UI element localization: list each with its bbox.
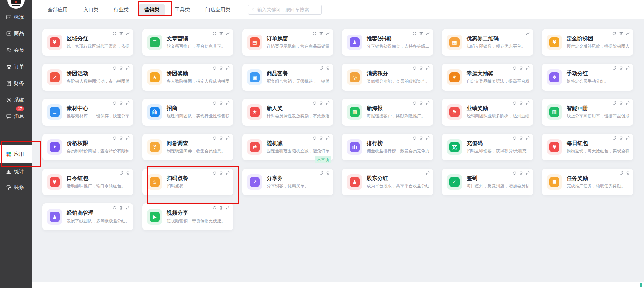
card-share-coupon[interactable]: ↗ 分享券 分享锁客，优惠买单。 — [242, 169, 333, 195]
card-performance-reward[interactable]: ⚑ 业绩奖励 经销商团队业绩多阶梯，达到业绩... — [442, 99, 533, 126]
search-input[interactable] — [257, 7, 318, 12]
sidebar-item-members[interactable]: 会员 — [0, 43, 32, 57]
sidebar-item-messages[interactable]: 消息 17 — [0, 109, 32, 124]
sidebar-item-design[interactable]: 装修 — [0, 180, 32, 195]
sync-icon[interactable] — [112, 31, 117, 36]
card-daily-red-packet[interactable]: ¥ 每日红包 购物返现，每天抢红包，实现全额... — [542, 134, 633, 160]
tab-2[interactable]: 行业类 — [108, 4, 134, 15]
tab-1[interactable]: 入口类 — [78, 4, 104, 15]
link-icon[interactable] — [426, 66, 430, 70]
link-icon[interactable] — [126, 101, 130, 105]
delete-icon[interactable] — [619, 66, 623, 70]
link-icon[interactable] — [426, 101, 430, 105]
delete-icon[interactable] — [519, 66, 523, 70]
card-region-dividend[interactable]: ¥ 区域分红 线上实现行政区域代理渠道，依据... — [42, 29, 133, 56]
card-group-buy-reward[interactable]: ★ 拼团奖励 多人数阶拼团，指定人数成功拼团。 — [142, 64, 233, 91]
delete-icon[interactable] — [419, 101, 423, 105]
tab-5[interactable]: 门店应用类 — [200, 4, 236, 15]
link-icon[interactable] — [526, 136, 530, 140]
delete-icon[interactable] — [119, 101, 123, 105]
delete-icon[interactable] — [619, 101, 623, 105]
sidebar-item-finance[interactable]: 财务 — [0, 76, 32, 91]
card-consume-points[interactable]: ◎ 消费积分 类似积分功能，会员的虚拟资产。 — [342, 64, 433, 91]
delete-icon[interactable] — [619, 31, 623, 36]
logo[interactable] — [7, 0, 25, 9]
card-group-buy-activity[interactable]: ↗ 拼团活动 多阶梯人数拼团活动，参与拼团优... — [42, 64, 133, 91]
sidebar-item-system[interactable]: 系统 — [0, 93, 32, 107]
link-icon[interactable] — [126, 206, 130, 210]
sync-icon[interactable] — [412, 66, 417, 70]
link-icon[interactable] — [526, 66, 530, 70]
card-product-package[interactable]: ▣ 商品套餐 配套组合营销，无须挑选，一键优... — [242, 64, 333, 91]
delete-icon[interactable] — [326, 66, 330, 70]
link-icon[interactable] — [126, 136, 130, 140]
sync-icon[interactable] — [112, 101, 117, 105]
link-icon[interactable] — [226, 66, 230, 70]
sidebar-item-overview[interactable]: 概况 — [0, 10, 32, 25]
sync-icon[interactable] — [212, 101, 217, 105]
sidebar-item-orders[interactable]: 订单 — [0, 59, 32, 74]
delete-icon[interactable] — [219, 136, 223, 140]
card-password-red-packet[interactable]: ¥ 口令红包 活动趣味推广，输口令领红包。 — [42, 169, 133, 195]
card-price-permission[interactable]: ✦ 价格权限 会员制特价商城，查看特价有限制。 — [42, 134, 133, 160]
card-shareholder-dividend[interactable]: ♟ 股东分红 成为平台股东，共享平台收益分红。 — [342, 169, 433, 195]
sync-icon[interactable] — [512, 171, 517, 175]
card-material-center[interactable]: ≡ 素材中心 推客素材库，一键保存，快速分享。 — [42, 99, 133, 126]
delete-icon[interactable] — [519, 101, 523, 105]
card-check-in[interactable]: ✓ 签到 每日签到，反复到店，增加会员粘... — [442, 169, 533, 195]
sync-icon[interactable] — [512, 101, 517, 105]
sync-icon[interactable] — [112, 206, 117, 210]
card-video-share[interactable]: ▶ 视频分享 短视频营销，带货传播更便捷。 — [142, 203, 233, 230]
card-dealer-management[interactable]: ♟ 经销商管理 发展下线团队，多等级极差分红。 — [42, 203, 133, 230]
sync-icon[interactable] — [112, 66, 117, 70]
delete-icon[interactable] — [119, 206, 123, 210]
scrollbar-thumb[interactable] — [640, 283, 642, 287]
sync-icon[interactable] — [412, 101, 417, 105]
sync-icon[interactable] — [212, 31, 217, 36]
delete-icon[interactable] — [419, 31, 423, 36]
card-distribution[interactable]: ♟ 推客(分销) 分享销售获得佣金，支持多等级二... — [342, 29, 433, 56]
sync-icon[interactable] — [312, 136, 317, 140]
delete-icon[interactable] — [319, 31, 323, 36]
delete-icon[interactable] — [626, 171, 630, 175]
link-icon[interactable] — [126, 66, 130, 70]
delete-icon[interactable] — [219, 171, 223, 175]
delete-icon[interactable] — [119, 31, 123, 36]
card-questionnaire[interactable]: ? 问卷调查 制定调查问券，收集会员信息。 — [142, 134, 233, 160]
delete-icon[interactable] — [119, 66, 123, 70]
link-icon[interactable] — [226, 171, 230, 175]
delete-icon[interactable] — [519, 136, 523, 140]
sync-icon[interactable] — [212, 66, 217, 70]
tab-4[interactable]: 工具类 — [169, 4, 195, 15]
tab-0[interactable]: 全部应用 — [42, 4, 73, 15]
link-icon[interactable] — [626, 66, 630, 70]
link-icon[interactable] — [526, 101, 530, 105]
card-manual-dividend[interactable]: ❖ 手动分红 给特定会员手动分红。 — [542, 64, 633, 91]
link-icon[interactable] — [226, 101, 230, 105]
card-newcomer-reward[interactable]: ★ 新人奖 针对会员属性发放奖励，有效激活... — [242, 99, 333, 126]
link-icon[interactable] — [426, 171, 430, 175]
sync-icon[interactable] — [412, 31, 417, 36]
card-coupon-qrcode[interactable]: ▦ 优惠券二维码 扫码立即锁客，领券优惠买单。 — [442, 29, 533, 56]
tab-3[interactable]: 营销类 — [139, 4, 165, 15]
card-random-discount[interactable]: ⇄ 随机减 固定金额范围随机立减，避免订单... 不置顶 — [242, 134, 333, 160]
sync-icon[interactable] — [612, 66, 616, 70]
link-icon[interactable] — [626, 101, 630, 105]
link-icon[interactable] — [326, 31, 330, 36]
sync-icon[interactable] — [612, 136, 616, 140]
delete-icon[interactable] — [319, 101, 323, 105]
link-icon[interactable] — [626, 31, 630, 36]
sidebar-item-goods[interactable]: 商品 — [0, 26, 32, 41]
link-icon[interactable] — [226, 31, 230, 36]
card-deposit-ladder-group[interactable]: ¥ 定金阶梯团 预付定金后补尾款，根据阶梯团人... — [542, 29, 633, 56]
sync-icon[interactable] — [319, 171, 323, 175]
link-icon[interactable] — [226, 136, 230, 140]
sync-icon[interactable] — [112, 136, 117, 140]
card-lucky-draw[interactable]: ✶ 幸运大抽奖 自定义奖品抽奖玩法，提高平台粉... — [442, 64, 533, 91]
link-icon[interactable] — [526, 171, 530, 175]
sync-icon[interactable] — [212, 206, 217, 210]
sync-icon[interactable] — [119, 171, 123, 175]
card-task-reward[interactable]: ≣ 任务奖励 完成推广任务，领取任务奖励。 — [542, 169, 633, 195]
link-icon[interactable] — [326, 101, 330, 105]
sync-icon[interactable] — [612, 101, 616, 105]
